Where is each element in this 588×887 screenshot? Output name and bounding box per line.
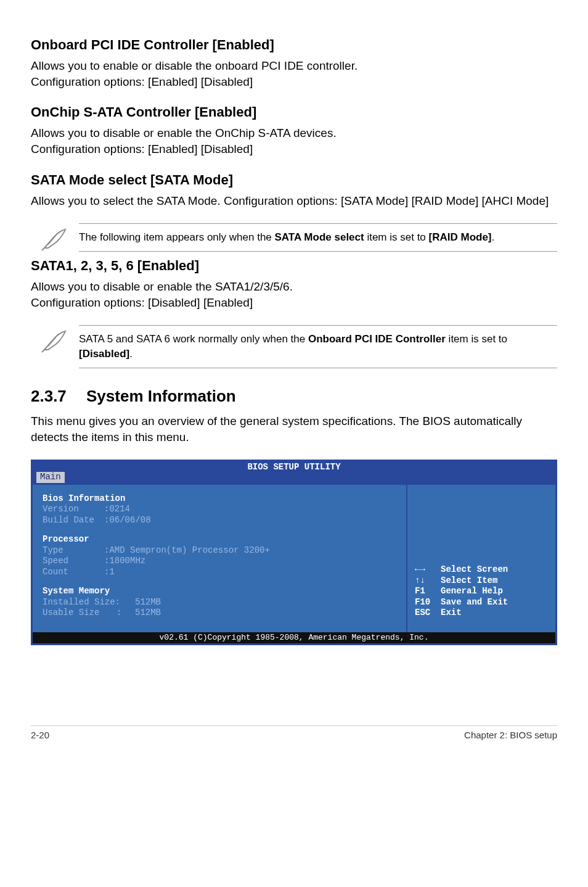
bios-value: 512MB (135, 597, 161, 607)
note-text: The following item appears only when the… (79, 223, 557, 252)
section-heading: 2.3.7System Information (31, 387, 557, 406)
note-text-part: . (492, 231, 495, 243)
note-block: SATA 5 and SATA 6 work normally only whe… (31, 325, 557, 368)
bios-label: Build Date (43, 515, 104, 526)
bios-help-row: ESC Exit (415, 608, 548, 619)
paragraph: Allows you to select the SATA Mode. Conf… (31, 193, 557, 209)
bios-label: Usable Size (43, 608, 116, 619)
chapter-label: Chapter 2: BIOS setup (464, 730, 557, 740)
page-number: 2-20 (31, 730, 49, 740)
note-text-part: SATA 5 and SATA 6 work normally only whe… (79, 333, 308, 345)
note-text-part: . (129, 348, 133, 360)
bios-title: BIOS SETUP UTILITY (33, 461, 555, 474)
bios-right-pane: Select Screen Select Item F1 General Hel… (407, 485, 555, 632)
bios-label: Count (43, 567, 104, 578)
heading-onboard-pci-ide: Onboard PCI IDE Controller [Enabled] (31, 37, 557, 53)
bios-help-row: F10 Save and Exit (415, 597, 548, 608)
bios-help-key: F10 (415, 597, 441, 608)
note-bold: SATA Mode select (275, 231, 364, 243)
heading-sata-mode-select: SATA Mode select [SATA Mode] (31, 172, 557, 188)
heading-onchip-sata: OnChip S-ATA Controller [Enabled] (31, 104, 557, 120)
bios-help-text: Save and Exit (441, 597, 508, 608)
note-text-part: item is set to (446, 333, 507, 345)
bios-help-text: General Help (441, 586, 503, 597)
bios-value: :AMD Sempron(tm) Processor 3200+ (104, 545, 270, 555)
text-line: Allows you to disable or enable the OnCh… (31, 126, 337, 139)
bios-value: :1800MHz (104, 556, 145, 566)
bios-screenshot: BIOS SETUP UTILITY Main Bios Information… (31, 460, 557, 645)
paragraph: Allows you to enable or disable the onbo… (31, 58, 557, 89)
paragraph: Allows you to disable or enable the SATA… (31, 279, 557, 310)
bios-tab-bar (33, 474, 555, 485)
bios-row: Build Date:06/06/08 (43, 515, 396, 526)
text-line: Allows you to enable or disable the onbo… (31, 59, 357, 72)
bios-help-text: Exit (441, 608, 462, 619)
bios-row: Usable Size:512MB (43, 608, 396, 619)
bios-heading: System Memory (43, 586, 396, 597)
bios-sep: : (116, 608, 135, 619)
note-text: SATA 5 and SATA 6 work normally only whe… (79, 325, 557, 368)
note-bold: Onboard PCI IDE Controller (308, 333, 446, 345)
quill-icon (31, 223, 79, 252)
note-bold: [RAID Mode] (429, 231, 492, 243)
heading-sata-123-56: SATA1, 2, 3, 5, 6 [Enabled] (31, 258, 557, 274)
bios-help-key: ESC (415, 608, 441, 619)
bios-value: :1 (104, 567, 115, 577)
text-line: Configuration options: [Enabled] [Disabl… (31, 75, 253, 88)
bios-tab-main: Main (36, 472, 65, 483)
page-footer: 2-20 Chapter 2: BIOS setup (31, 725, 557, 740)
bios-row: Version:0214 (43, 504, 396, 515)
bios-label: Speed (43, 556, 104, 567)
bios-label: Type (43, 545, 104, 556)
bios-heading: Processor (43, 534, 396, 545)
quill-icon (31, 325, 79, 353)
bios-heading: Bios Information (43, 493, 396, 505)
bios-left-pane: Bios Information Version:0214 Build Date… (33, 485, 407, 632)
text-line: Configuration options: [Enabled] [Disabl… (31, 142, 253, 155)
section-title: System Information (86, 387, 236, 405)
bios-help-row: Select Item (415, 576, 548, 587)
up-down-arrow-icon (415, 576, 441, 587)
bios-value: :0214 (104, 504, 130, 514)
note-text-part: The following item appears only when the (79, 231, 275, 243)
bios-label: Version (43, 504, 104, 515)
note-block: The following item appears only when the… (31, 223, 557, 252)
bios-row: Installed Size:512MB (43, 597, 396, 608)
bios-label: Installed Size: (43, 597, 135, 608)
bios-help-key: F1 (415, 586, 441, 597)
bios-body: Bios Information Version:0214 Build Date… (33, 485, 555, 632)
note-bold: [Disabled] (79, 348, 129, 360)
bios-help-text: Select Item (441, 576, 497, 587)
left-right-arrow-icon (415, 564, 441, 576)
bios-row: Type:AMD Sempron(tm) Processor 3200+ (43, 545, 396, 556)
text-line: Allows you to disable or enable the SATA… (31, 280, 293, 293)
section-number: 2.3.7 (31, 387, 86, 406)
text-line: Configuration options: [Disabled] [Enabl… (31, 296, 253, 309)
paragraph: Allows you to disable or enable the OnCh… (31, 125, 557, 157)
paragraph: This menu gives you an overview of the g… (31, 413, 557, 445)
bios-value: 512MB (135, 608, 161, 617)
bios-value: :06/06/08 (104, 515, 151, 525)
bios-row: Speed:1800MHz (43, 556, 396, 567)
bios-copyright-footer: v02.61 (C)Copyright 1985-2008, American … (33, 632, 555, 643)
bios-help-row: Select Screen (415, 564, 548, 576)
bios-help-row: F1 General Help (415, 586, 548, 597)
bios-help-text: Select Screen (441, 564, 508, 576)
note-text-part: item is set to (364, 231, 429, 243)
bios-row: Count:1 (43, 567, 396, 578)
